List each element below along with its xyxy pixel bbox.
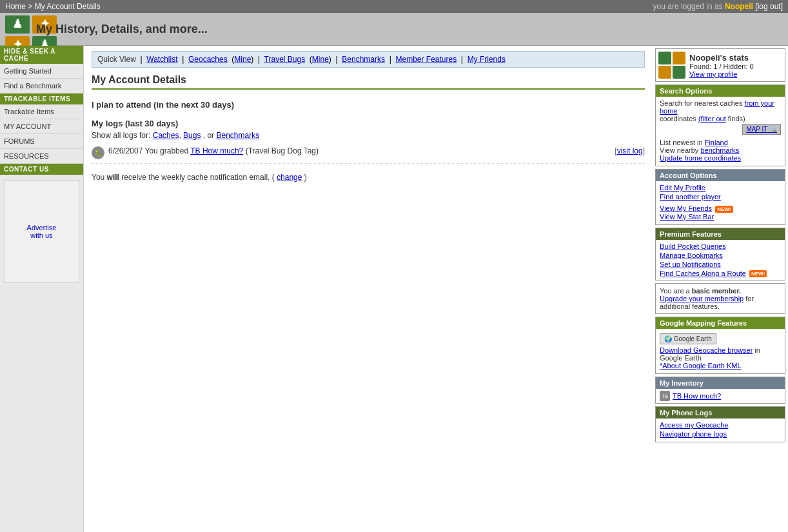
view-profile-link[interactable]: View my profile — [689, 70, 737, 78]
tb-icon: TB — [660, 391, 670, 401]
show-logs-or: , or — [203, 131, 217, 140]
stats-username: Noopeli's stats — [689, 53, 754, 63]
manage-bookmarks-link[interactable]: Manage Bookmarks — [660, 251, 781, 259]
google-mapping-section: Google Mapping Features 🌍 Google Earth D… — [655, 317, 785, 374]
notification-text: You will receive the weekly cache notifi… — [92, 173, 645, 182]
upgrade-membership-link[interactable]: Upgrade your membership — [660, 295, 744, 302]
filter-out-link[interactable]: (filter out — [698, 115, 726, 123]
stats-found: Found: 1 / Hidden: 0 — [689, 63, 754, 70]
quickview-my-friends[interactable]: My Friends — [468, 55, 506, 64]
main-title: My Account Details — [92, 74, 645, 90]
edit-profile-link[interactable]: Edit My Profile — [660, 184, 781, 192]
ad-line2: with us — [30, 232, 52, 239]
page-subtitle: My History, Details, and more... — [36, 23, 208, 36]
notif-change-link[interactable]: change — [277, 173, 302, 182]
navigator-phone-link[interactable]: Navigator phone logs — [660, 430, 781, 438]
basic-member-prefix: You are a — [660, 287, 692, 295]
access-geocache-link[interactable]: Access my Geocache — [660, 421, 781, 429]
map-it-icon: 🔍 — [769, 126, 777, 133]
google-icon: 🌍 — [664, 335, 672, 342]
premium-features-content: Build Pocket Queries Manage Bookmarks Se… — [656, 240, 785, 281]
login-info: you are logged in as Noopeli [log out] — [653, 2, 783, 11]
quickview-travel-bugs[interactable]: Travel Bugs — [264, 55, 306, 64]
sidebar-section-trackable: TRACKABLE ITEMS — [0, 94, 83, 104]
list-newest-country[interactable]: Finland — [705, 139, 728, 146]
svg-rect-10 — [658, 66, 671, 79]
quickview-label: Quick View — [97, 55, 136, 64]
notif-prefix: You — [92, 173, 107, 182]
stats-box-inner: Noopeli's stats Found: 1 / Hidden: 0 Vie… — [656, 49, 785, 81]
quickview-travel-bugs-mine[interactable]: Mine — [312, 55, 329, 64]
download-geocache-browser-link[interactable]: Download Geocache browser — [660, 346, 753, 354]
breadcrumb: Home > My Account Details — [5, 2, 101, 11]
breadcrumb-current: My Account Details — [35, 2, 101, 11]
set-up-notifications-link[interactable]: Set up Notifications — [660, 261, 781, 268]
stats-info: Noopeli's stats Found: 1 / Hidden: 0 Vie… — [689, 53, 754, 78]
basic-member-bold: basic member. — [692, 287, 741, 295]
ad-text[interactable]: Advertise with us — [27, 224, 57, 239]
sidebar-section-contact: CONTACT US — [0, 164, 83, 175]
logs-header: My logs (last 30 days) — [92, 119, 645, 128]
topbar: Home > My Account Details you are logged… — [0, 0, 788, 13]
svg-rect-9 — [673, 52, 685, 64]
quickview-benchmarks[interactable]: Benchmarks — [342, 55, 385, 64]
coordinates-text: coordinates — [660, 115, 698, 123]
benchmarks-link[interactable]: benchmarks — [700, 146, 739, 154]
notif-end: ) — [304, 173, 307, 182]
view-my-stat-bar-link[interactable]: View My Stat Bar — [660, 213, 781, 221]
username: Noopeli — [725, 2, 753, 11]
find-caches-route-link[interactable]: Find Caches Along a Route — [660, 270, 746, 277]
log-text: 6/26/2007 You grabbed TB How much? (Trav… — [108, 146, 609, 155]
sidebar-section-hide-seek: HIDE & SEEK A CACHE — [0, 46, 83, 64]
view-my-friends-link[interactable]: View My Friends — [660, 204, 712, 212]
inventory-section: My Inventory TB TB How much? — [655, 377, 785, 404]
quickview-member-features[interactable]: Member Features — [395, 55, 457, 64]
google-earth-button[interactable]: 🌍 Google Earth — [660, 333, 716, 344]
inventory-header: My Inventory — [656, 377, 785, 389]
breadcrumb-home[interactable]: Home — [5, 2, 26, 11]
new-badge-route: NEW! — [749, 270, 767, 277]
visit-log-link[interactable]: visit log — [617, 146, 643, 155]
find-caches-route-row: Find Caches Along a Route NEW! — [660, 270, 781, 278]
premium-features-header: Premium Features — [656, 228, 785, 240]
show-logs-bugs-link[interactable]: Bugs — [183, 131, 201, 140]
attend-text: I plan to attend (in the next 30 days) — [92, 100, 645, 110]
logout-link[interactable]: [log out] — [755, 2, 783, 11]
inventory-item: TB TB How much? — [656, 389, 785, 403]
quickview-watchlist[interactable]: Watchlist — [146, 55, 177, 64]
quickview-geocaches-mine[interactable]: Mine — [234, 55, 251, 64]
right-sidebar: Noopeli's stats Found: 1 / Hidden: 0 Vie… — [653, 46, 788, 532]
log-icon: 🐛 — [92, 146, 104, 159]
show-logs-benchmarks-link[interactable]: Benchmarks — [216, 131, 259, 140]
main-content: Quick View | Watchlist | Geocaches (Mine… — [84, 46, 653, 532]
account-options-header: Account Options — [656, 170, 785, 181]
show-logs-caches-link[interactable]: Caches — [153, 131, 179, 140]
list-newest-prefix: List newest in — [660, 139, 705, 146]
new-badge-friends: NEW! — [715, 206, 733, 213]
phone-logs-section: My Phone Logs Access my Geocache Navigat… — [655, 406, 785, 442]
sidebar-advertisement: Advertise with us — [4, 180, 79, 283]
sidebar-item-trackable[interactable]: Trackable Items — [0, 104, 83, 119]
inventory-tb-link[interactable]: TB How much? — [673, 392, 721, 400]
log-item-link[interactable]: TB How much? — [190, 146, 243, 155]
notif-suffix: receive the weekly cache notification em… — [121, 173, 274, 182]
sidebar-item-my-account[interactable]: MY ACCOUNT — [0, 119, 83, 134]
google-mapping-header: Google Mapping Features — [656, 317, 785, 329]
finds-text: finds) — [728, 115, 745, 123]
premium-features-section: Premium Features Build Pocket Queries Ma… — [655, 228, 785, 281]
find-another-player-link[interactable]: Find another player — [660, 193, 781, 201]
stats-box: Noopeli's stats Found: 1 / Hidden: 0 Vie… — [655, 48, 785, 82]
quickview-geocaches[interactable]: Geocaches — [188, 55, 228, 64]
update-home-link[interactable]: Update home coordinates — [660, 154, 781, 162]
build-pocket-queries-link[interactable]: Build Pocket Queries — [660, 242, 781, 250]
sidebar-item-resources[interactable]: RESOURCES — [0, 149, 83, 164]
map-it-button[interactable]: MAP IT 🔍 — [742, 124, 781, 135]
log-entry: 🐛 6/26/2007 You grabbed TB How much? (Tr… — [92, 146, 645, 164]
search-options-content: Search for nearest caches from your home… — [656, 97, 785, 166]
sidebar-item-forums[interactable]: FORUMS — [0, 134, 83, 149]
about-kml-link[interactable]: *About Google Earth KML — [660, 362, 781, 369]
sidebar-item-getting-started[interactable]: Getting Started — [0, 64, 83, 79]
quickview-bar: Quick View | Watchlist | Geocaches (Mine… — [92, 51, 645, 68]
sidebar-item-find-benchmark[interactable]: Find a Benchmark — [0, 79, 83, 94]
show-logs-line: Show all logs for: Caches, Bugs , or Ben… — [92, 131, 645, 140]
